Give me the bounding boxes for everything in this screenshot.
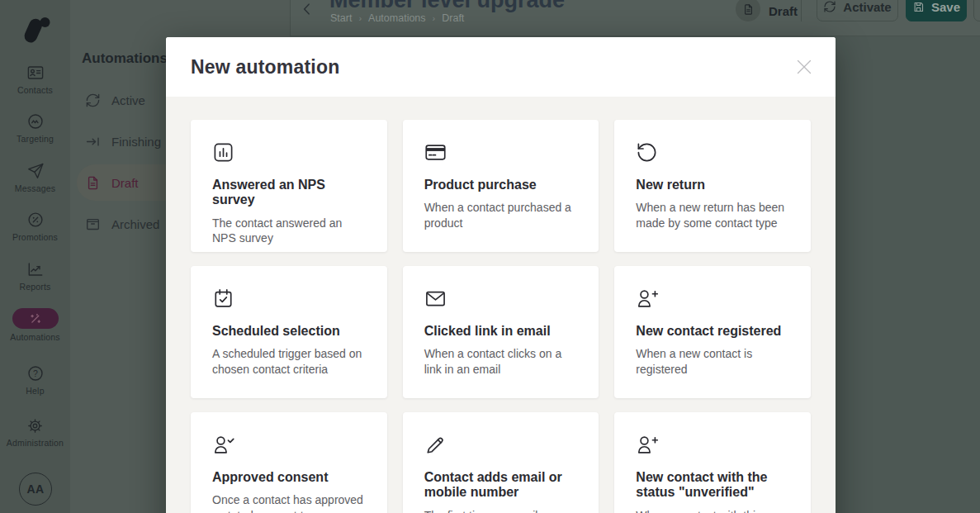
- user-plus-icon: [636, 287, 658, 310]
- card-title: Product purchase: [424, 178, 578, 192]
- app-root: Contacts Targeting Messages Promotions: [0, 0, 980, 513]
- card-title: Answered an NPS survey: [212, 178, 366, 208]
- trigger-card-new-return[interactable]: New return When a new return has been ma…: [614, 120, 811, 252]
- card-title: New contact with the status "unverified": [636, 470, 789, 501]
- modal-header: New automation: [166, 37, 836, 97]
- trigger-card-product-purchase[interactable]: Product purchase When a contact purchase…: [403, 120, 599, 252]
- card-description: When a contact clicks on a link in an em…: [424, 346, 578, 377]
- card-description: When a contact purchased a product: [424, 200, 578, 230]
- close-button[interactable]: [796, 59, 812, 75]
- modal-title: New automation: [191, 56, 339, 78]
- trigger-card-scheduled-selection[interactable]: Scheduled selection A scheduled trigger …: [191, 266, 387, 398]
- rotate-ccw-icon: [636, 141, 658, 164]
- card-description: The first time an email or mobile number…: [424, 508, 578, 513]
- trigger-card-clicked-link[interactable]: Clicked link in email When a contact cli…: [403, 266, 599, 398]
- envelope-icon: [424, 287, 447, 310]
- card-title: New contact registered: [636, 324, 789, 339]
- calendar-check-icon: [212, 287, 234, 310]
- card-title: Clicked link in email: [424, 324, 578, 339]
- close-icon: [796, 59, 812, 75]
- credit-card-icon: [424, 141, 447, 164]
- user-check-icon: [212, 434, 234, 456]
- card-description: The contact answered an NPS survey: [212, 216, 366, 246]
- pencil-icon: [424, 434, 447, 456]
- card-description: A scheduled trigger based on chosen cont…: [212, 346, 366, 377]
- trigger-card-approved-consent[interactable]: Approved consent Once a contact has appr…: [191, 412, 387, 513]
- card-description: Once a contact has approved a stated con…: [212, 492, 366, 513]
- trigger-card-contact-adds-email[interactable]: Contact adds email or mobile number The …: [403, 412, 599, 513]
- trigger-card-grid: Answered an NPS survey The contact answe…: [166, 97, 836, 513]
- card-title: New return: [636, 178, 789, 192]
- card-title: Contact adds email or mobile number: [424, 470, 578, 501]
- trigger-card-nps-survey[interactable]: Answered an NPS survey The contact answe…: [191, 120, 387, 252]
- user-plus-icon: [636, 434, 658, 456]
- card-title: Approved consent: [212, 470, 366, 485]
- trigger-card-new-contact-registered[interactable]: New contact registered When a new contac…: [614, 266, 811, 398]
- card-description: When a contact with this status is regis…: [636, 508, 789, 513]
- card-title: Scheduled selection: [212, 324, 366, 339]
- bar-chart-icon: [212, 141, 234, 164]
- card-description: When a new return has been made by some …: [636, 200, 789, 230]
- trigger-card-new-contact-unverified[interactable]: New contact with the status "unverified"…: [614, 412, 811, 513]
- new-automation-modal: New automation Answered an NPS survey Th…: [166, 37, 836, 513]
- card-description: When a new contact is registered: [636, 346, 789, 377]
